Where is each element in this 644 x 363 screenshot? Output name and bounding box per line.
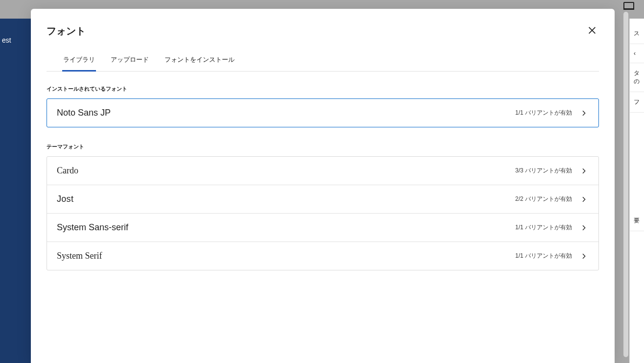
- left-sidebar-text: est: [2, 36, 11, 44]
- chevron-right-icon: [579, 166, 589, 176]
- font-item-meta: 1/1 バリアントが有効: [515, 108, 589, 118]
- modal-header: フォント ライブラリ アップロード フォントをインストール: [31, 9, 615, 72]
- tab-upload[interactable]: アップロード: [110, 50, 150, 71]
- font-item-meta: 2/2 バリアントが有効: [515, 194, 589, 204]
- chevron-right-icon: [579, 223, 589, 233]
- font-item-system-serif[interactable]: System Serif 1/1 バリアントが有効: [47, 242, 598, 270]
- tab-install[interactable]: フォントをインストール: [164, 50, 236, 71]
- tabs: ライブラリ アップロード フォントをインストール: [47, 50, 599, 72]
- font-name: Cardo: [57, 166, 78, 176]
- tab-library[interactable]: ライブラリ: [62, 50, 96, 71]
- font-name: Noto Sans JP: [57, 108, 111, 118]
- section-label-theme: テーマフォント: [47, 143, 599, 150]
- font-name: System Sans-serif: [57, 222, 128, 233]
- font-item-system-sans[interactable]: System Sans-serif 1/1 バリアントが有効: [47, 214, 598, 242]
- font-item-meta: 1/1 バリアントが有効: [515, 251, 589, 261]
- close-button[interactable]: [585, 24, 599, 37]
- right-panel-item: フ: [630, 92, 644, 113]
- variant-count: 2/2 バリアントが有効: [515, 195, 572, 203]
- section-label-installed: インストールされているフォント: [47, 85, 599, 93]
- font-name: Jost: [57, 194, 73, 204]
- right-panel-item: 要: [630, 211, 644, 231]
- font-item-cardo[interactable]: Cardo 3/3 バリアントが有効: [47, 157, 598, 185]
- variant-count: 1/1 バリアントが有効: [515, 223, 572, 232]
- laptop-icon: [623, 2, 634, 10]
- modal-body: インストールされているフォント Noto Sans JP 1/1 バリアントが有…: [31, 72, 615, 300]
- right-panel-item: ス: [630, 24, 644, 44]
- chevron-right-icon: [579, 108, 589, 118]
- background-right-panel: ス ‹ タ の フ 要: [629, 19, 644, 363]
- font-item-meta: 1/1 バリアントが有効: [515, 223, 589, 233]
- chevron-right-icon: [579, 194, 589, 204]
- background-scrollbar: [623, 12, 628, 357]
- variant-count: 1/1 バリアントが有効: [515, 109, 572, 117]
- fonts-modal: フォント ライブラリ アップロード フォントをインストール インストールされてい…: [31, 9, 615, 363]
- right-panel-item: タ の: [630, 63, 644, 92]
- font-item-noto-sans-jp[interactable]: Noto Sans JP 1/1 バリアントが有効: [47, 99, 598, 127]
- font-item-meta: 3/3 バリアントが有効: [515, 166, 589, 176]
- font-item-jost[interactable]: Jost 2/2 バリアントが有効: [47, 185, 598, 214]
- installed-font-list: Noto Sans JP 1/1 バリアントが有効: [47, 98, 599, 127]
- close-icon: [587, 25, 597, 36]
- variant-count: 1/1 バリアントが有効: [515, 252, 572, 260]
- chevron-right-icon: [579, 251, 589, 261]
- theme-font-list: Cardo 3/3 バリアントが有効 Jost 2/2 バリアントが有効 Sys…: [47, 156, 599, 270]
- background-left-sidebar: est: [0, 19, 31, 363]
- right-panel-item: ‹: [630, 44, 644, 63]
- variant-count: 3/3 バリアントが有効: [515, 167, 572, 175]
- font-name: System Serif: [57, 251, 102, 261]
- modal-title: フォント: [47, 24, 599, 38]
